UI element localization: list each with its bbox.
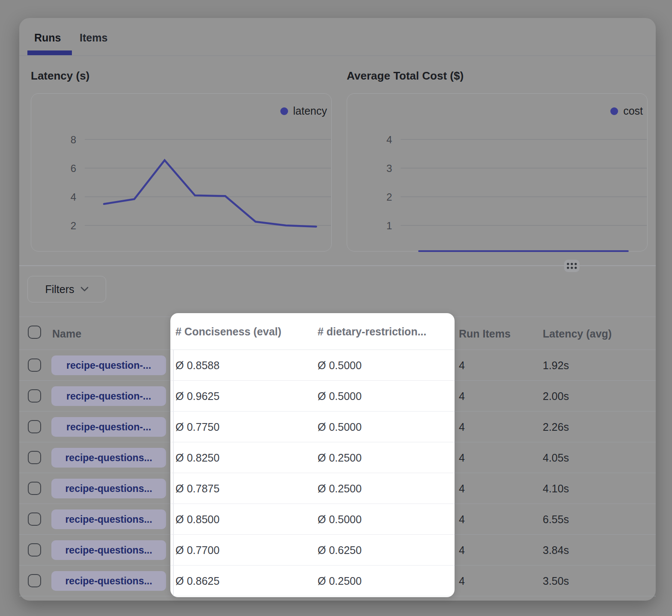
row-checkbox[interactable]	[28, 482, 41, 495]
run-name-badge[interactable]: recipe-questions...	[51, 479, 166, 498]
svg-text:2: 2	[71, 220, 76, 231]
latency-cell: 3.50s	[543, 566, 569, 596]
dietary-restriction-cell: Ø 0.5000	[318, 350, 362, 381]
conciseness-cell: Ø 0.8588	[175, 350, 220, 381]
latency-cell: 4.05s	[543, 442, 569, 473]
cost-chart-panel: 4321 cost	[347, 93, 648, 252]
dietary-restriction-cell: Ø 0.6250	[318, 535, 362, 566]
run-items-cell: 4	[459, 412, 465, 442]
column-header-dietary-restriction: # dietary-restriction...	[318, 313, 426, 350]
latency-cell: 3.84s	[543, 535, 569, 566]
svg-text:2: 2	[387, 191, 392, 203]
tab-runs[interactable]: Runs	[34, 32, 61, 44]
select-all-checkbox[interactable]	[28, 326, 41, 339]
latency-chart-title: Latency (s)	[31, 69, 89, 83]
spotlight-row: Ø 0.9625Ø 0.5000	[170, 381, 455, 412]
page-background: Runs Items Latency (s) Average Total Cos…	[0, 0, 672, 616]
run-name-badge[interactable]: recipe-question-...	[51, 417, 166, 437]
run-items-cell: 4	[459, 381, 465, 412]
row-checkbox[interactable]	[28, 420, 41, 433]
legend-dot-icon	[280, 107, 288, 115]
column-header-run-items: Run Items	[459, 317, 511, 350]
dietary-restriction-cell: Ø 0.2500	[318, 473, 362, 504]
run-items-cell: 4	[459, 473, 465, 504]
svg-text:4: 4	[71, 191, 76, 203]
conciseness-cell: Ø 0.7875	[175, 473, 220, 504]
run-name-badge[interactable]: recipe-question-...	[51, 386, 166, 406]
row-checkbox[interactable]	[28, 512, 41, 526]
section-divider	[19, 265, 656, 266]
latency-cell: 6.55s	[543, 504, 569, 535]
resize-handle[interactable]	[564, 260, 580, 272]
svg-text:8: 8	[71, 134, 76, 145]
row-checkbox[interactable]	[28, 574, 41, 587]
dietary-restriction-cell: Ø 0.5000	[318, 381, 362, 412]
cost-chart-title: Average Total Cost ($)	[347, 69, 464, 83]
svg-text:3: 3	[387, 163, 392, 174]
conciseness-cell: Ø 0.8625	[175, 566, 220, 596]
conciseness-cell: Ø 0.8500	[175, 504, 220, 535]
run-name-badge[interactable]: recipe-questions...	[51, 448, 166, 468]
column-header-latency: Latency (avg)	[543, 317, 612, 350]
dietary-restriction-cell: Ø 0.2500	[318, 442, 362, 473]
legend-label: latency	[293, 105, 327, 117]
run-name-badge[interactable]: recipe-questions...	[51, 540, 166, 560]
column-header-name: Name	[52, 317, 81, 350]
latency-cell: 2.26s	[543, 412, 569, 442]
row-checkbox[interactable]	[28, 389, 41, 403]
column-header-conciseness: # Conciseness (eval)	[175, 313, 281, 350]
svg-text:1: 1	[387, 220, 392, 231]
spotlight-row: Ø 0.7875Ø 0.2500	[170, 473, 455, 504]
active-tab-indicator	[27, 50, 72, 55]
run-name-badge[interactable]: recipe-questions...	[51, 571, 166, 591]
dietary-restriction-cell: Ø 0.5000	[318, 504, 362, 535]
grip-dots-icon	[566, 262, 577, 270]
run-items-cell: 4	[459, 535, 465, 566]
cost-line-chart: 4321	[347, 94, 648, 252]
filters-label: Filters	[45, 283, 74, 296]
spotlight-row: Ø 0.7750Ø 0.5000	[170, 412, 455, 442]
run-name-badge[interactable]: recipe-questions...	[51, 509, 166, 529]
tab-items[interactable]: Items	[80, 32, 107, 44]
svg-text:4: 4	[387, 134, 392, 145]
tabs-divider	[19, 55, 656, 56]
svg-text:6: 6	[71, 163, 76, 174]
latency-cell: 2.00s	[543, 381, 569, 412]
row-checkbox[interactable]	[28, 543, 41, 557]
chevron-down-icon	[80, 287, 89, 292]
row-checkbox[interactable]	[28, 451, 41, 464]
spotlight-header-row: # Conciseness (eval) # dietary-restricti…	[170, 313, 455, 350]
dietary-restriction-cell: Ø 0.2500	[318, 566, 362, 596]
main-panel: Runs Items Latency (s) Average Total Cos…	[19, 18, 656, 601]
dietary-restriction-cell: Ø 0.5000	[318, 412, 362, 442]
filters-button[interactable]: Filters	[27, 276, 106, 302]
run-name-badge[interactable]: recipe-question-...	[51, 355, 166, 375]
latency-line-chart: 8642	[31, 94, 332, 252]
column-divider	[173, 350, 174, 597]
conciseness-cell: Ø 0.9625	[175, 381, 220, 412]
spotlight-row: Ø 0.7700Ø 0.6250	[170, 535, 455, 566]
legend-label: cost	[623, 105, 643, 117]
conciseness-cell: Ø 0.8250	[175, 442, 220, 473]
conciseness-cell: Ø 0.7750	[175, 412, 220, 442]
latency-chart-panel: 8642 latency	[31, 93, 332, 252]
latency-cell: 4.10s	[543, 473, 569, 504]
spotlight-row: Ø 0.8625Ø 0.2500	[170, 566, 455, 596]
spotlight-row: Ø 0.8250Ø 0.2500	[170, 442, 455, 473]
conciseness-cell: Ø 0.7700	[175, 535, 220, 566]
spotlight-row: Ø 0.8500Ø 0.5000	[170, 504, 455, 535]
run-items-cell: 4	[459, 442, 465, 473]
spotlight-panel: # Conciseness (eval) # dietary-restricti…	[170, 313, 455, 597]
spotlight-row: Ø 0.8588Ø 0.5000	[170, 350, 455, 381]
latency-cell: 1.92s	[543, 350, 569, 381]
latency-legend: latency	[280, 105, 327, 117]
legend-dot-icon	[610, 107, 618, 115]
cost-legend: cost	[610, 105, 643, 117]
run-items-cell: 4	[459, 566, 465, 596]
run-items-cell: 4	[459, 504, 465, 535]
run-items-cell: 4	[459, 350, 465, 381]
row-checkbox[interactable]	[28, 358, 41, 372]
